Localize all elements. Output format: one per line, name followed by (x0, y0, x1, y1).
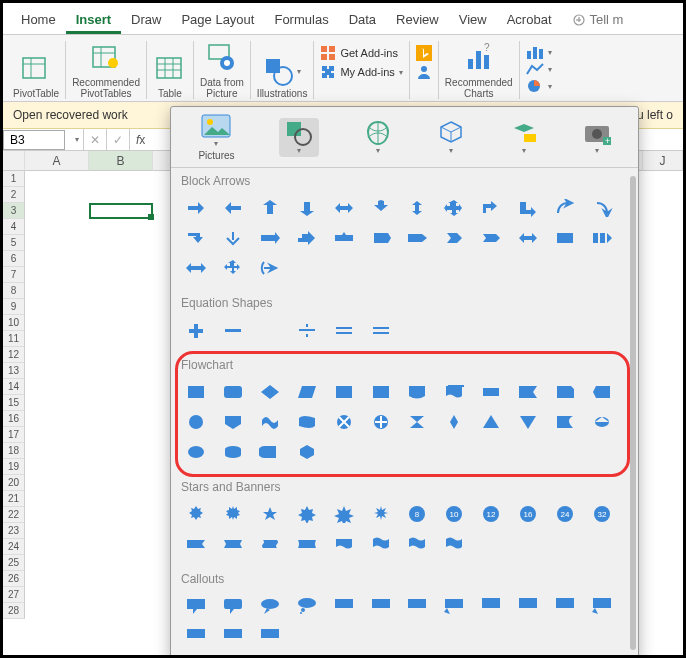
arrow-shape-16[interactable] (329, 226, 359, 250)
banner-shape-1[interactable] (218, 532, 248, 556)
chart-pie-button[interactable]: ▾ (526, 79, 552, 93)
row-14[interactable]: 14 (3, 379, 25, 395)
star-badge-16[interactable]: 16 (513, 502, 543, 526)
row-16[interactable]: 16 (3, 411, 25, 427)
smartart-button[interactable]: ▾ (510, 120, 538, 155)
ribbon-table[interactable]: Table (147, 41, 194, 99)
star-shape-2[interactable] (255, 502, 285, 526)
star-badge-8[interactable]: 8 (402, 502, 432, 526)
people-button[interactable] (416, 64, 432, 80)
row-11[interactable]: 11 (3, 331, 25, 347)
row-15[interactable]: 15 (3, 395, 25, 411)
fx-icon[interactable]: fx (129, 129, 151, 150)
callout-shape-8[interactable] (476, 594, 506, 618)
callout-shape-6[interactable] (402, 594, 432, 618)
arrow-shape-7[interactable] (439, 196, 469, 220)
row-19[interactable]: 19 (3, 459, 25, 475)
ribbon-data-from-picture[interactable]: Data from Picture (194, 41, 251, 99)
star-badge-32[interactable]: 32 (587, 502, 617, 526)
tab-home[interactable]: Home (11, 7, 66, 34)
screenshot-button[interactable]: +▾ (583, 120, 611, 155)
arrow-shape-20[interactable] (476, 226, 506, 250)
tab-formulas[interactable]: Formulas (264, 7, 338, 34)
arrow-shape-25[interactable] (218, 256, 248, 280)
star-shape-0[interactable] (181, 502, 211, 526)
row-12[interactable]: 12 (3, 347, 25, 363)
banner-shape-4[interactable] (329, 532, 359, 556)
arrow-shape-5[interactable] (366, 196, 396, 220)
row-26[interactable]: 26 (3, 571, 25, 587)
row-18[interactable]: 18 (3, 443, 25, 459)
row-8[interactable]: 8 (3, 283, 25, 299)
row-22[interactable]: 22 (3, 507, 25, 523)
arrow-shape-3[interactable] (292, 196, 322, 220)
tab-page-layout[interactable]: Page Layout (171, 7, 264, 34)
callout-shape-3[interactable] (292, 594, 322, 618)
callout-shape-9[interactable] (513, 594, 543, 618)
callout-shape-12[interactable] (181, 624, 211, 648)
tab-draw[interactable]: Draw (121, 7, 171, 34)
tab-review[interactable]: Review (386, 7, 449, 34)
row-24[interactable]: 24 (3, 539, 25, 555)
arrow-shape-0[interactable] (181, 196, 211, 220)
my-addins-button[interactable]: My Add-ins ▾ (320, 64, 402, 80)
arrow-shape-2[interactable] (255, 196, 285, 220)
ribbon-rec-charts[interactable]: ? Recommended Charts (439, 41, 520, 99)
row-6[interactable]: 6 (3, 251, 25, 267)
arrow-shape-11[interactable] (587, 196, 617, 220)
equation-shape-1[interactable] (218, 318, 248, 342)
tab-data[interactable]: Data (339, 7, 386, 34)
arrow-shape-23[interactable] (587, 226, 617, 250)
star-badge-24[interactable]: 24 (550, 502, 580, 526)
cancel-icon[interactable]: ✕ (83, 129, 106, 150)
shapes-button[interactable]: ▾ (279, 118, 319, 157)
row-5[interactable]: 5 (3, 235, 25, 251)
arrow-shape-12[interactable] (181, 226, 211, 250)
row-2[interactable]: 2 (3, 187, 25, 203)
star-shape-3[interactable] (292, 502, 322, 526)
name-box[interactable] (3, 130, 65, 150)
banner-shape-0[interactable] (181, 532, 211, 556)
arrow-shape-26[interactable] (255, 256, 285, 280)
ribbon-pivottable[interactable]: PivotTable (7, 41, 66, 99)
arrow-shape-14[interactable] (255, 226, 285, 250)
arrow-shape-13[interactable] (218, 226, 248, 250)
row-28[interactable]: 28 (3, 603, 25, 619)
equation-shape-5[interactable] (366, 318, 396, 342)
enter-icon[interactable]: ✓ (106, 129, 129, 150)
col-B[interactable]: B (89, 151, 153, 171)
equation-shape-4[interactable] (329, 318, 359, 342)
row-20[interactable]: 20 (3, 475, 25, 491)
callout-shape-10[interactable] (550, 594, 580, 618)
row-23[interactable]: 23 (3, 523, 25, 539)
tab-acrobat[interactable]: Acrobat (497, 7, 562, 34)
row-27[interactable]: 27 (3, 587, 25, 603)
equation-shape-0[interactable] (181, 318, 211, 342)
callout-shape-4[interactable] (329, 594, 359, 618)
banner-shape-7[interactable] (439, 532, 469, 556)
row-3[interactable]: 3 (3, 203, 25, 219)
row-9[interactable]: 9 (3, 299, 25, 315)
callout-shape-5[interactable] (366, 594, 396, 618)
arrow-shape-17[interactable] (366, 226, 396, 250)
tab-insert[interactable]: Insert (66, 7, 121, 34)
banner-shape-6[interactable] (402, 532, 432, 556)
tab-view[interactable]: View (449, 7, 497, 34)
pictures-button[interactable]: ▾Pictures (198, 113, 234, 161)
banner-shape-2[interactable] (255, 532, 285, 556)
callout-shape-1[interactable] (218, 594, 248, 618)
callout-shape-11[interactable] (587, 594, 617, 618)
icons-button[interactable]: ▾ (364, 120, 392, 155)
arrow-shape-18[interactable] (402, 226, 432, 250)
col-A[interactable]: A (25, 151, 89, 171)
arrow-shape-4[interactable] (329, 196, 359, 220)
equation-shape-3[interactable] (292, 318, 322, 342)
arrow-shape-19[interactable] (439, 226, 469, 250)
chart-col-button[interactable]: ▾ (526, 45, 552, 59)
arrow-shape-9[interactable] (513, 196, 543, 220)
arrow-shape-8[interactable] (476, 196, 506, 220)
tell-me[interactable]: Tell m (562, 7, 634, 34)
arrow-shape-24[interactable] (181, 256, 211, 280)
ribbon-rec-pivottables[interactable]: Recommended PivotTables (66, 41, 147, 99)
banner-shape-3[interactable] (292, 532, 322, 556)
